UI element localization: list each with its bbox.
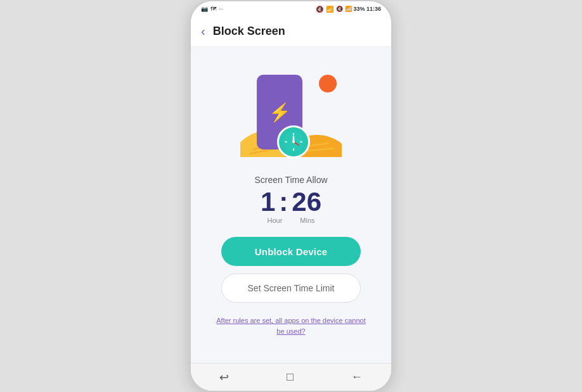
mins-value: 26 xyxy=(292,189,321,215)
camera-icon: 📷 xyxy=(201,6,208,12)
time-unit-labels: Hour Mins xyxy=(267,217,314,224)
unblock-device-button[interactable]: Unblock Device xyxy=(221,237,361,266)
time-display: 1 : 26 xyxy=(261,189,321,215)
set-screen-time-limit-button[interactable]: Set Screen Time Limit xyxy=(221,274,361,303)
status-left-icons: 📷 🗺 ··· xyxy=(201,6,224,12)
mute-icon: 🔇 xyxy=(316,6,323,13)
min-label: Mins xyxy=(300,217,314,224)
maps-icon: 🗺 xyxy=(210,6,216,12)
screen-time-label: Screen Time Allow xyxy=(254,175,327,185)
svg-point-14 xyxy=(292,141,295,143)
status-right-icons: 🔇 📶 🔇 📶 33% 11:36 xyxy=(316,6,381,13)
nav-recents-button[interactable]: ↩ xyxy=(219,370,229,384)
hour-label: Hour xyxy=(267,217,282,224)
battery-label: 🔇 📶 33% 11:36 xyxy=(336,6,381,12)
illustration: ⚡ xyxy=(234,62,348,163)
status-bar: 📷 🗺 ··· 🔇 📶 🔇 📶 33% 11:36 xyxy=(191,1,391,16)
hours-value: 1 xyxy=(261,189,275,215)
app-bar: ‹ Block Screen xyxy=(191,16,391,47)
more-icon: ··· xyxy=(219,6,224,12)
nav-bar: ↩ □ ← xyxy=(191,363,391,391)
footer-info-link[interactable]: After rules are set, all apps on the dev… xyxy=(206,315,376,336)
page-title: Block Screen xyxy=(213,25,285,38)
nav-home-button[interactable]: □ xyxy=(287,370,294,384)
nav-back-button[interactable]: ← xyxy=(351,370,363,384)
clock-badge xyxy=(277,125,310,158)
phone-frame: 📷 🗺 ··· 🔇 📶 🔇 📶 33% 11:36 ‹ Block Screen xyxy=(190,0,392,392)
signal-icon: 📶 xyxy=(326,6,333,13)
sun-decoration xyxy=(319,75,337,92)
back-button[interactable]: ‹ xyxy=(201,24,205,39)
lightning-icon: ⚡ xyxy=(269,102,291,123)
time-colon: : xyxy=(279,189,288,215)
main-content: ⚡ xyxy=(191,47,391,363)
